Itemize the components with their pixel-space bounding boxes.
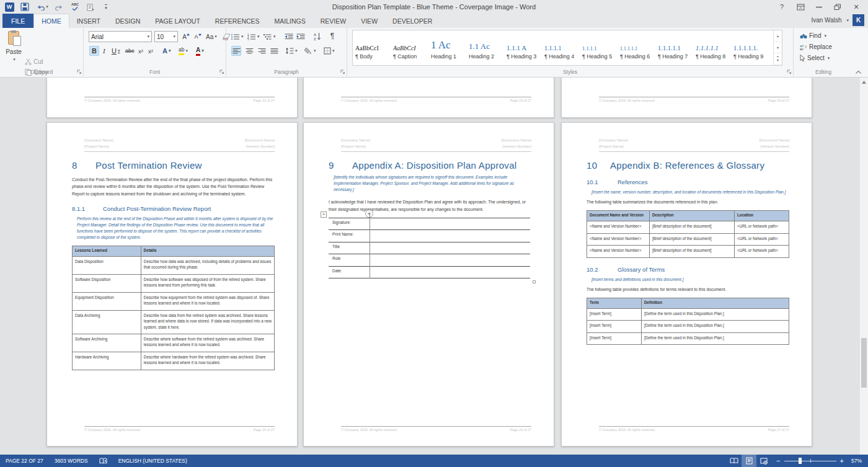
- page-27[interactable]: [Company Name][Project Name] [Document N…: [561, 122, 812, 447]
- paragraph-group-label: Paragraph: [226, 69, 347, 75]
- web-layout-icon[interactable]: [756, 455, 771, 467]
- font-size-combo[interactable]: 10▾: [154, 31, 178, 42]
- zoom-thumb[interactable]: [799, 458, 802, 464]
- style-heading-1[interactable]: 1 AcHeading 1: [428, 30, 466, 65]
- minimize-icon[interactable]: [811, 1, 827, 12]
- strikethrough-button[interactable]: abc: [123, 46, 136, 56]
- replace-button[interactable]: abac Replace: [800, 43, 832, 50]
- tab-design[interactable]: DESIGN: [108, 14, 148, 28]
- style-heading-8[interactable]: 1.1.1.1.1¶ Heading 8: [693, 30, 731, 65]
- cut-button[interactable]: Cut: [25, 58, 43, 65]
- styles-more-icon[interactable]: ▾: [774, 53, 782, 65]
- align-right-button[interactable]: [257, 46, 267, 56]
- borders-button[interactable]: ▾: [324, 46, 335, 56]
- word-count-status[interactable]: 3603 WORDS: [49, 455, 94, 467]
- italic-button[interactable]: I: [101, 46, 107, 56]
- text-effects-button[interactable]: A▾: [161, 46, 172, 56]
- tab-mailings[interactable]: MAILINGS: [267, 14, 313, 28]
- tab-view[interactable]: VIEW: [353, 14, 385, 28]
- shrink-font-button[interactable]: A: [193, 32, 203, 42]
- style-body[interactable]: AaBbCcI¶ Body: [353, 30, 391, 65]
- zoom-percentage[interactable]: 57%: [849, 458, 868, 464]
- subscript-button[interactable]: x2: [136, 46, 145, 56]
- numbering-button[interactable]: 123▾: [247, 32, 260, 42]
- vertical-scrollbar[interactable]: [859, 78, 868, 455]
- style-heading-3[interactable]: 1.1.1 A¶ Heading 3: [504, 30, 542, 65]
- select-button[interactable]: Select▾: [800, 55, 830, 61]
- language-status[interactable]: ENGLISH (UNITED STATES): [113, 455, 193, 467]
- underline-button[interactable]: U▾: [110, 46, 122, 56]
- paste-dropdown-icon[interactable]: ▾: [13, 57, 16, 61]
- styles-scroll-down-icon[interactable]: ▾: [774, 42, 782, 54]
- tab-page-layout[interactable]: PAGE LAYOUT: [148, 14, 208, 28]
- tab-developer[interactable]: DEVELOPER: [385, 14, 440, 28]
- page-25[interactable]: [Company Name][Project Name] [Document N…: [46, 122, 298, 447]
- table-row: [Insert Term][Define the term used in th…: [587, 309, 789, 321]
- font-dialog-launcher-icon[interactable]: [219, 69, 224, 74]
- page-count-status[interactable]: PAGE 22 OF 27: [0, 455, 49, 467]
- line-spacing-button[interactable]: ▾: [285, 46, 298, 56]
- find-button[interactable]: Find▾: [800, 32, 826, 39]
- paragraph-dialog-launcher-icon[interactable]: [340, 69, 345, 74]
- tab-insert[interactable]: INSERT: [69, 14, 108, 28]
- tab-review[interactable]: REVIEW: [313, 14, 353, 28]
- page-24-partial[interactable]: © Company 2016. All rights reserved.Page…: [561, 78, 812, 118]
- clipboard-dialog-launcher-icon[interactable]: [77, 69, 82, 74]
- restore-icon[interactable]: [830, 1, 846, 12]
- style-heading-2[interactable]: 1.1 AcHeading 2: [466, 30, 504, 65]
- grow-font-button[interactable]: A: [181, 32, 191, 42]
- font-name-combo[interactable]: Arial▾: [89, 31, 152, 42]
- zoom-out-icon[interactable]: −: [776, 457, 780, 465]
- superscript-button[interactable]: x2: [146, 46, 155, 56]
- proofing-status-icon[interactable]: [94, 455, 113, 467]
- bullets-button[interactable]: ▾: [231, 32, 244, 42]
- decrease-indent-button[interactable]: [284, 32, 294, 42]
- avatar[interactable]: K: [852, 14, 864, 26]
- tab-file[interactable]: FILE: [2, 14, 33, 28]
- paste-button[interactable]: Paste▾: [4, 31, 23, 62]
- read-mode-icon[interactable]: [727, 455, 742, 467]
- signature-table[interactable]: + + Signature: Print Name: Title Role Da…: [329, 218, 530, 279]
- increase-indent-button[interactable]: [296, 32, 306, 42]
- highlight-color-button[interactable]: ab▾: [177, 46, 190, 56]
- table-column-divider[interactable]: [370, 213, 370, 279]
- scroll-up-icon[interactable]: [860, 78, 868, 87]
- close-icon[interactable]: ×: [848, 1, 864, 12]
- help-icon[interactable]: ?: [774, 1, 790, 12]
- font-color-button[interactable]: A▾: [194, 46, 206, 56]
- align-center-button[interactable]: [244, 46, 254, 56]
- font-group: Arial▾ 10▾ A A Aa▾ B I U▾ abc x2 x2 A▾ a…: [84, 28, 226, 76]
- style-heading-4[interactable]: 1.1.1.1¶ Heading 4: [542, 30, 580, 65]
- styles-dialog-launcher-icon[interactable]: [787, 69, 792, 74]
- table-move-handle-icon[interactable]: +: [321, 211, 327, 218]
- zoom-track[interactable]: [784, 458, 836, 464]
- user-dropdown-icon[interactable]: ▾: [846, 18, 849, 23]
- print-layout-icon[interactable]: [742, 455, 756, 467]
- bold-button[interactable]: B: [89, 46, 99, 56]
- scrollbar-thumb[interactable]: [861, 338, 867, 388]
- table-resize-handle[interactable]: [533, 280, 536, 283]
- page-22-partial[interactable]: © Company 2016. All rights reserved.Page…: [46, 78, 298, 118]
- style-heading-6[interactable]: 1.1.1.1.1¶ Heading 6: [618, 30, 655, 65]
- style-heading-7[interactable]: 1.1.1.1.1¶ Heading 7: [655, 30, 693, 65]
- page-26[interactable]: [Company Name][Project Name] [Document N…: [303, 122, 554, 447]
- collapse-ribbon-icon[interactable]: [855, 70, 862, 74]
- style-caption[interactable]: AaBbCcI¶ Caption: [391, 30, 428, 65]
- multilevel-list-button[interactable]: ▾: [264, 32, 276, 42]
- tab-home[interactable]: HOME: [33, 14, 69, 28]
- align-left-button[interactable]: [231, 46, 241, 56]
- justify-button[interactable]: [269, 46, 279, 56]
- show-hide-paragraph-button[interactable]: ¶: [327, 31, 337, 41]
- styles-scroll-up-icon[interactable]: ▴: [774, 30, 782, 42]
- style-heading-5[interactable]: 1.1.1.1¶ Heading 5: [580, 30, 618, 65]
- page-23-partial[interactable]: © Company 2016. All rights reserved.Page…: [303, 78, 554, 118]
- sort-button[interactable]: AZ: [312, 31, 322, 41]
- user-name[interactable]: Ivan Walsh: [811, 17, 841, 24]
- shading-button[interactable]: ▾: [304, 46, 316, 56]
- change-case-button[interactable]: Aa▾: [206, 32, 217, 42]
- zoom-in-icon[interactable]: +: [840, 457, 844, 465]
- table-row: [Insert Term][Define the term used in th…: [587, 321, 789, 332]
- tab-references[interactable]: REFERENCES: [208, 14, 267, 28]
- ribbon-display-options-icon[interactable]: [792, 1, 808, 12]
- style-heading-9[interactable]: 1.1.1.1.1.¶ Heading 9: [731, 30, 769, 65]
